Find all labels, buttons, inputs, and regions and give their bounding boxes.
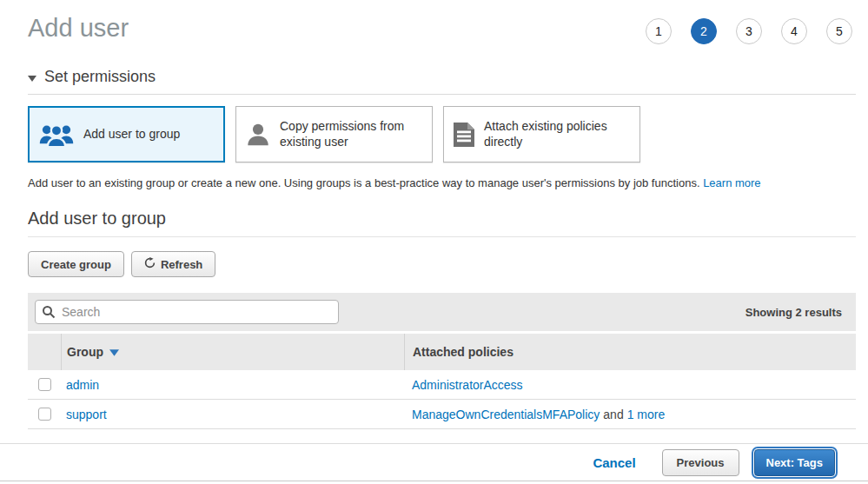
refresh-button[interactable]: Refresh — [131, 251, 215, 277]
select-all-cell — [28, 334, 61, 370]
table-toolbar: Showing 2 results — [28, 293, 856, 331]
policy-link[interactable]: ManageOwnCredentialsMFAPolicy — [412, 408, 600, 421]
user-icon — [245, 122, 271, 148]
step-4[interactable]: 4 — [781, 18, 807, 44]
group-link[interactable]: support — [66, 408, 107, 421]
option-label: Attach existing policies directly — [484, 119, 631, 149]
policy-link[interactable]: AdministratorAccess — [412, 378, 523, 392]
group-cell: support — [61, 400, 404, 428]
checkbox-cell — [28, 370, 61, 399]
policies-conjunction: and — [603, 408, 623, 421]
set-permissions-header[interactable]: Set permissions — [28, 68, 856, 95]
permission-option-cards: Add user to group Copy permissions from … — [28, 106, 856, 162]
step-1[interactable]: 1 — [646, 18, 672, 44]
collapse-caret-icon — [28, 68, 36, 86]
search-input[interactable] — [35, 300, 339, 324]
step-3[interactable]: 3 — [736, 18, 762, 44]
next-tags-button[interactable]: Next: Tags — [754, 449, 836, 476]
add-user-to-group-heading: Add user to group — [28, 209, 856, 237]
row-checkbox[interactable] — [38, 408, 51, 421]
option-attach-policies[interactable]: Attach existing policies directly — [443, 106, 640, 162]
option-copy-permissions[interactable]: Copy permissions from existing user — [235, 106, 433, 162]
user-group-icon — [38, 122, 75, 148]
wizard-steps: 1 2 3 4 5 — [646, 18, 852, 44]
row-checkbox[interactable] — [38, 378, 51, 391]
refresh-label: Refresh — [161, 258, 202, 271]
document-icon — [453, 122, 475, 148]
wizard-header: Add user 1 2 3 4 5 — [28, 0, 856, 44]
option-label: Add user to group — [83, 127, 180, 143]
column-label-attached-policies: Attached policies — [413, 345, 514, 359]
column-label-group: Group — [67, 345, 103, 359]
table-row-admin: admin AdministratorAccess — [28, 370, 856, 400]
policies-cell: ManageOwnCredentialsMFAPolicy and 1 more — [404, 400, 856, 428]
checkbox-cell — [28, 400, 61, 428]
option-label: Copy permissions from existing user — [280, 119, 423, 149]
group-actions: Create group Refresh — [28, 251, 856, 277]
step-5[interactable]: 5 — [826, 18, 852, 44]
group-description: Add user to an existing group or create … — [28, 176, 856, 189]
sort-desc-icon — [109, 345, 119, 359]
create-group-button[interactable]: Create group — [28, 251, 124, 277]
search-icon — [42, 305, 56, 322]
policies-cell: AdministratorAccess — [404, 370, 856, 399]
groups-table-panel: Showing 2 results Group Attached policie… — [28, 293, 856, 429]
search-box — [35, 300, 339, 324]
group-link[interactable]: admin — [66, 378, 99, 392]
refresh-icon — [144, 257, 156, 271]
option-add-user-to-group[interactable]: Add user to group — [28, 106, 225, 162]
cancel-link[interactable]: Cancel — [593, 455, 635, 470]
column-header-group[interactable]: Group — [61, 334, 404, 370]
page-title: Add user — [28, 14, 129, 43]
table-header-row: Group Attached policies — [28, 334, 856, 370]
table-row-support: support ManageOwnCredentialsMFAPolicy an… — [28, 400, 856, 429]
column-header-attached-policies[interactable]: Attached policies — [404, 334, 856, 370]
add-user-wizard-page: Add user 1 2 3 4 5 Set permissions — [0, 0, 868, 429]
learn-more-link[interactable]: Learn more — [703, 176, 760, 189]
previous-button[interactable]: Previous — [662, 449, 739, 476]
step-2-current[interactable]: 2 — [691, 18, 717, 44]
more-policies-link[interactable]: 1 more — [627, 408, 666, 421]
set-permissions-heading: Set permissions — [44, 68, 156, 86]
group-cell: admin — [61, 370, 404, 399]
wizard-footer: Cancel Previous Next: Tags — [0, 443, 868, 481]
description-text: Add user to an existing group or create … — [28, 176, 700, 189]
results-count: Showing 2 results — [745, 306, 849, 319]
